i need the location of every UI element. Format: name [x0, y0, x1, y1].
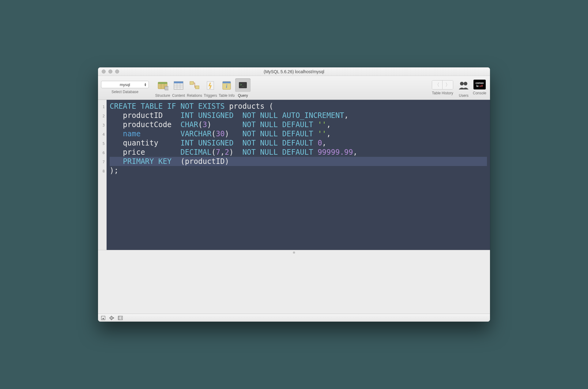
tableinfo-button[interactable]: i Table Info [219, 78, 235, 98]
console-off-icon: conso le off [473, 80, 486, 89]
window-title: (MySQL 5.6.26) localhost/mysql [98, 69, 490, 74]
gear-icon[interactable] [109, 315, 115, 321]
history-back-icon[interactable]: 〈 [432, 81, 443, 89]
content-icon [173, 80, 184, 91]
toolbar-label: Users [459, 93, 468, 98]
left-panel-toggle-icon[interactable] [100, 315, 106, 321]
svg-rect-12 [195, 86, 199, 89]
table-history-button[interactable]: 〈 〉 Table History [432, 78, 453, 95]
triggers-icon [205, 80, 216, 91]
line-gutter: 12345678 [98, 100, 107, 250]
toolbar-label: Query [238, 93, 248, 98]
svg-marker-29 [113, 317, 114, 319]
traffic-lights [102, 70, 119, 74]
query-icon: >_ [237, 80, 249, 91]
app-window: (MySQL 5.6.26) localhost/mysql mysql ▴▾ … [98, 67, 490, 322]
results-pane[interactable] [98, 250, 490, 314]
sidebar-toggle-icon[interactable] [118, 315, 123, 321]
select-database-group: mysql ▴▾ Select Database [101, 78, 149, 94]
zoom-icon[interactable] [115, 70, 119, 74]
svg-point-19 [460, 82, 464, 85]
svg-marker-22 [102, 318, 104, 319]
select-database-value: mysql [120, 82, 130, 87]
users-icon [458, 80, 470, 91]
select-database-dropdown[interactable]: mysql ▴▾ [101, 81, 149, 88]
console-button[interactable]: conso le off Console [473, 78, 486, 95]
svg-rect-1 [158, 82, 167, 84]
chevron-updown-icon: ▴▾ [145, 83, 146, 86]
editor-pane: 12345678 CREATE TABLE IF NOT EXISTS prod… [98, 100, 490, 314]
sql-editor[interactable]: 12345678 CREATE TABLE IF NOT EXISTS prod… [98, 100, 490, 250]
svg-text:>_: >_ [240, 83, 244, 87]
svg-text:i: i [226, 84, 228, 89]
resize-handle-icon[interactable] [293, 251, 295, 254]
history-forward-icon[interactable]: 〉 [443, 81, 453, 89]
toolbar-label: Table Info [219, 93, 235, 98]
statusbar [98, 314, 490, 322]
toolbar-label: Content [172, 93, 185, 98]
users-button[interactable]: Users [456, 78, 472, 98]
svg-rect-4 [165, 86, 168, 90]
toolbar-label: Structure [155, 93, 170, 98]
relations-icon [189, 80, 200, 91]
close-icon[interactable] [102, 70, 106, 74]
svg-rect-11 [190, 81, 194, 85]
tableinfo-icon: i [221, 80, 232, 91]
svg-point-20 [464, 82, 467, 85]
relations-button[interactable]: Relations [187, 78, 202, 98]
titlebar[interactable]: (MySQL 5.6.26) localhost/mysql [98, 67, 490, 76]
toolbar-label: Console [473, 91, 486, 95]
minimize-icon[interactable] [108, 70, 112, 74]
structure-icon [157, 80, 168, 91]
sql-code[interactable]: CREATE TABLE IF NOT EXISTS products ( pr… [107, 100, 490, 250]
triggers-button[interactable]: Triggers [203, 78, 218, 98]
structure-button[interactable]: Structure [155, 78, 170, 98]
toolbar: mysql ▴▾ Select Database Structure Conte… [98, 76, 490, 100]
toolbar-label: Triggers [204, 93, 217, 98]
svg-point-24 [111, 317, 112, 318]
toolbar-label: Relations [187, 93, 202, 98]
svg-rect-31 [118, 316, 120, 320]
query-button[interactable]: >_ Query [235, 78, 251, 98]
svg-rect-15 [223, 81, 231, 83]
content-button[interactable]: Content [171, 78, 186, 98]
svg-rect-6 [174, 81, 183, 83]
select-database-label: Select Database [111, 90, 138, 94]
toolbar-label: Table History [432, 91, 453, 95]
